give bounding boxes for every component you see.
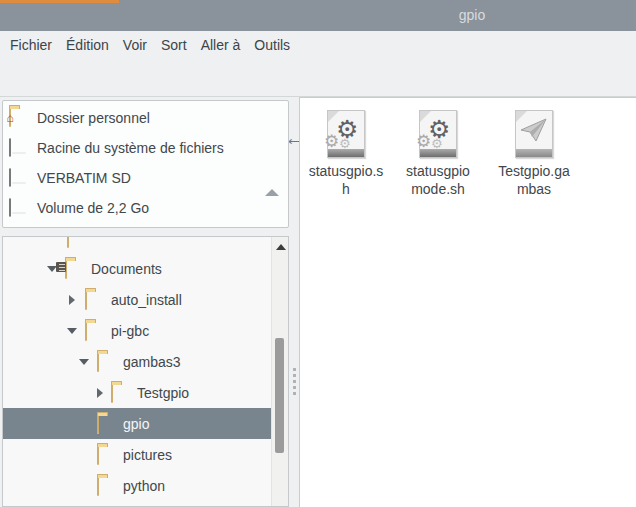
tree-item-label: python <box>123 478 165 494</box>
menu-item-edition[interactable]: Édition <box>66 31 109 60</box>
file-label-line: Testgpio.ga <box>490 162 578 180</box>
gear-glyph: ⚙ <box>428 117 450 142</box>
expander-collapsed-icon[interactable] <box>69 295 75 305</box>
file-label: Testgpio.ga mbas <box>490 162 578 198</box>
file-label-line: mbas <box>490 180 578 198</box>
place-item-home[interactable]: ⌂ Dossier personnel <box>3 103 288 133</box>
scrollbar-thumb[interactable] <box>275 338 284 453</box>
hard-drive-icon <box>9 139 11 157</box>
menu-item-fichier[interactable]: Fichier <box>10 31 52 60</box>
folder-icon <box>97 354 117 368</box>
menu-bar: Fichier Édition Voir Sort Aller à Outils <box>0 31 636 60</box>
gear-glyph: ⚙ <box>336 117 358 142</box>
folder-icon <box>97 416 117 430</box>
folder-icon <box>97 478 117 492</box>
home-folder-icon: ⌂ <box>9 109 11 127</box>
place-label: Dossier personnel <box>37 110 150 126</box>
tree-item-label: auto_install <box>111 292 182 308</box>
menu-item-outils[interactable]: Outils <box>254 31 290 60</box>
tree-item-auto-install[interactable]: auto_install <box>3 284 271 315</box>
shell-script-icon: ⚙ ⚙ ⚙ <box>419 110 457 158</box>
paper-plane-glyph <box>519 117 549 143</box>
tree-item-label: Documents <box>91 261 162 277</box>
file-label-line: statusgpio <box>394 162 482 180</box>
folder-icon <box>111 385 131 399</box>
folder-icon <box>85 292 105 306</box>
file-item-statusgpiomode-sh[interactable]: ⚙ ⚙ ⚙ statusgpio mode.sh <box>394 104 482 198</box>
expander-expanded-icon[interactable] <box>79 359 89 365</box>
file-label-line: statusgpio.s <box>302 162 390 180</box>
tree-item-documents[interactable]: Documents <box>3 253 271 284</box>
place-label: VERBATIM SD <box>37 170 131 186</box>
place-label: Racine du système de fichiers <box>37 140 224 156</box>
removable-volume-icon <box>9 199 11 217</box>
window-title: gpio <box>459 7 485 23</box>
hard-drive-icon <box>9 169 11 187</box>
menu-item-voir[interactable]: Voir <box>123 31 147 60</box>
file-view-panel[interactable]: ⚙ ⚙ ⚙ statusgpio.s h ⚙ ⚙ ⚙ <box>299 97 636 507</box>
tree-item-label: gpio <box>123 416 149 432</box>
place-item-filesystem-root[interactable]: Racine du système de fichiers <box>3 133 288 163</box>
partial-folder-icon <box>67 236 87 244</box>
folder-icon <box>97 447 117 461</box>
documents-folder-icon <box>65 261 85 275</box>
folder-icon <box>85 323 105 337</box>
place-label: Volume de 2,2 Go <box>37 200 149 216</box>
tree-item-label: Testgpio <box>137 385 189 401</box>
tree-scrollbar[interactable] <box>271 237 289 507</box>
title-bar[interactable]: gpio <box>0 0 636 31</box>
expander-expanded-icon[interactable] <box>67 328 77 334</box>
file-label: statusgpio.s h <box>302 162 390 198</box>
tree-item-label: pictures <box>123 447 172 463</box>
file-item-statusgpio-sh[interactable]: ⚙ ⚙ ⚙ statusgpio.s h <box>302 104 390 198</box>
scroll-up-arrow-icon[interactable] <box>276 244 286 250</box>
file-manager-window: gpio Fichier Édition Voir Sort Aller à O… <box>0 0 636 507</box>
toolbar: + ⌂ ← → ↑ <box>0 60 636 97</box>
place-item-volume-2-2-go[interactable]: Volume de 2,2 Go <box>3 193 288 223</box>
splitter-grip-icon <box>293 368 296 395</box>
shell-script-icon: ⚙ ⚙ ⚙ <box>327 110 365 158</box>
places-panel: ⌂ Dossier personnel Racine du système de… <box>2 100 289 228</box>
tree-item-python[interactable]: python <box>3 470 271 501</box>
background-window-edge <box>0 0 119 3</box>
directory-tree-panel: Documents auto_install pi-gbc gambas3 Te… <box>2 236 289 507</box>
place-item-verbatim-sd[interactable]: VERBATIM SD <box>3 163 288 193</box>
menu-item-aller-a[interactable]: Aller à <box>201 31 241 60</box>
file-label-line: mode.sh <box>394 180 482 198</box>
tree-item-gambas3[interactable]: gambas3 <box>3 346 271 377</box>
tree-item-label: pi-gbc <box>111 323 149 339</box>
file-label-line: h <box>302 180 390 198</box>
expander-collapsed-icon[interactable] <box>97 388 103 398</box>
menu-item-sort[interactable]: Sort <box>161 31 187 60</box>
pane-splitter[interactable] <box>290 97 299 507</box>
tree-item-testgpio[interactable]: Testgpio <box>3 377 271 408</box>
tree-item-gpio-selected[interactable]: gpio <box>3 408 271 439</box>
eject-button[interactable] <box>265 172 279 184</box>
tree-item-label: gambas3 <box>123 354 181 370</box>
tree-item-pictures[interactable]: pictures <box>3 439 271 470</box>
file-label: statusgpio mode.sh <box>394 162 482 198</box>
file-item-testgpio-gambas[interactable]: Testgpio.ga mbas <box>490 104 578 198</box>
gambas-project-icon <box>515 110 553 158</box>
tree-item-pi-gbc[interactable]: pi-gbc <box>3 315 271 346</box>
